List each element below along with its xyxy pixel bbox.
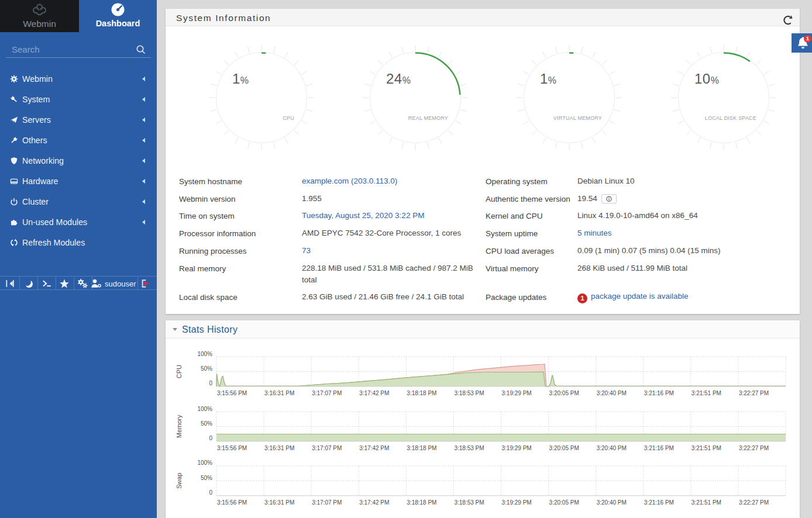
svg-text:3:15:56 PM: 3:15:56 PM [217,499,247,506]
svg-text:3:19:29 PM: 3:19:29 PM [502,445,532,451]
svg-text:3:21:51 PM: 3:21:51 PM [691,499,721,506]
svg-text:0: 0 [209,489,212,496]
svg-text:50%: 50% [201,420,212,427]
svg-text:3:20:40 PM: 3:20:40 PM [597,445,627,451]
svg-text:CPU: CPU [176,365,183,378]
svg-text:Swap: Swap [176,473,183,489]
svg-text:3:17:07 PM: 3:17:07 PM [312,499,342,506]
svg-text:Memory: Memory [176,415,183,438]
svg-text:3:22:27 PM: 3:22:27 PM [739,390,769,396]
svg-text:3:22:27 PM: 3:22:27 PM [739,445,769,451]
svg-text:3:15:56 PM: 3:15:56 PM [217,390,247,396]
svg-text:3:20:40 PM: 3:20:40 PM [597,390,627,396]
svg-text:3:18:53 PM: 3:18:53 PM [454,390,484,396]
svg-text:3:18:18 PM: 3:18:18 PM [407,445,436,451]
svg-text:50%: 50% [201,365,212,372]
svg-text:VIRTUAL MEMORY: VIRTUAL MEMORY [553,115,602,121]
svg-text:3:18:18 PM: 3:18:18 PM [407,390,436,396]
svg-text:3:16:31 PM: 3:16:31 PM [264,445,294,451]
svg-text:3:20:05 PM: 3:20:05 PM [549,499,579,506]
svg-text:100%: 100% [197,460,212,466]
svg-text:50%: 50% [201,475,212,481]
svg-text:100%: 100% [197,406,212,412]
svg-text:3:17:42 PM: 3:17:42 PM [359,499,389,506]
svg-text:3:19:29 PM: 3:19:29 PM [502,390,532,396]
svg-text:0: 0 [209,435,212,441]
svg-text:3:16:31 PM: 3:16:31 PM [264,499,294,506]
svg-text:3:17:42 PM: 3:17:42 PM [359,390,389,396]
svg-text:100%: 100% [197,351,212,357]
svg-text:3:17:42 PM: 3:17:42 PM [359,445,389,451]
svg-text:3:20:40 PM: 3:20:40 PM [597,499,627,506]
svg-text:0: 0 [209,380,212,386]
svg-text:3:20:05 PM: 3:20:05 PM [549,390,579,396]
svg-text:3:21:16 PM: 3:21:16 PM [644,499,674,506]
svg-text:3:17:07 PM: 3:17:07 PM [312,390,342,396]
svg-text:REAL MEMORY: REAL MEMORY [408,115,448,121]
svg-text:3:22:27 PM: 3:22:27 PM [739,499,769,506]
svg-text:3:20:05 PM: 3:20:05 PM [549,445,579,451]
svg-text:3:21:16 PM: 3:21:16 PM [644,445,674,451]
svg-text:3:16:31 PM: 3:16:31 PM [264,390,294,396]
svg-text:3:18:53 PM: 3:18:53 PM [454,499,484,506]
svg-text:3:18:18 PM: 3:18:18 PM [407,499,436,506]
svg-text:3:21:51 PM: 3:21:51 PM [691,445,721,451]
svg-text:3:19:29 PM: 3:19:29 PM [502,499,532,506]
svg-text:3:15:56 PM: 3:15:56 PM [217,445,247,451]
svg-text:3:21:51 PM: 3:21:51 PM [691,390,721,396]
svg-text:3:21:16 PM: 3:21:16 PM [644,390,674,396]
svg-text:CPU: CPU [283,115,294,121]
svg-text:3:18:53 PM: 3:18:53 PM [454,445,484,451]
svg-text:LOCAL DISK SPACE: LOCAL DISK SPACE [705,115,756,121]
svg-text:3:17:07 PM: 3:17:07 PM [312,445,342,451]
